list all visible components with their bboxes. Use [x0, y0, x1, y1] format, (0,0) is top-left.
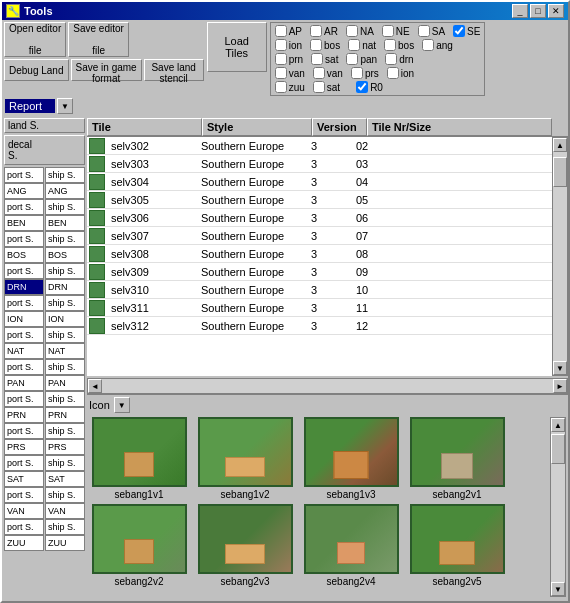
left-item-left[interactable]: port S.	[4, 391, 44, 407]
left-item-left[interactable]: port S.	[4, 199, 44, 215]
left-list-row[interactable]: BEN BEN	[4, 215, 85, 231]
left-list-row[interactable]: SAT SAT	[4, 471, 85, 487]
left-item-left[interactable]: PAN	[4, 375, 44, 391]
left-item-right[interactable]: ship S.	[45, 231, 85, 247]
left-item-left[interactable]: ANG	[4, 183, 44, 199]
left-item-right[interactable]: ION	[45, 311, 85, 327]
left-item-right[interactable]: DRN	[45, 279, 85, 295]
icon-sebang2v1[interactable]: sebang2v1	[407, 417, 507, 500]
left-item-left[interactable]: port S.	[4, 167, 44, 183]
land-s-button[interactable]: land S.	[4, 118, 85, 133]
left-item-right[interactable]: ANG	[45, 183, 85, 199]
left-item-right[interactable]: ship S.	[45, 167, 85, 183]
left-item-right[interactable]: ship S.	[45, 519, 85, 535]
checkbox-ne[interactable]: NE	[382, 25, 410, 37]
checkbox-ion2[interactable]: ion	[387, 67, 414, 79]
left-list-row[interactable]: NAT NAT	[4, 343, 85, 359]
left-item-right[interactable]: BEN	[45, 215, 85, 231]
left-item-left[interactable]: PRS	[4, 439, 44, 455]
left-item-left[interactable]: ION	[4, 311, 44, 327]
left-list-row[interactable]: port S. ship S.	[4, 295, 85, 311]
left-item-right[interactable]: VAN	[45, 503, 85, 519]
maximize-button[interactable]: □	[530, 4, 546, 18]
report-dropdown-arrow[interactable]: ▼	[57, 98, 73, 114]
table-row[interactable]: selv305 Southern Europe 3 05	[87, 191, 552, 209]
left-item-right[interactable]: SAT	[45, 471, 85, 487]
left-item-left[interactable]: port S.	[4, 295, 44, 311]
view-dropdown-arrow[interactable]: ▼	[114, 397, 130, 413]
left-list-row[interactable]: port S. ship S.	[4, 487, 85, 503]
table-vertical-scrollbar[interactable]: ▲ ▼	[552, 137, 568, 376]
minimize-button[interactable]: _	[512, 4, 528, 18]
checkbox-drn[interactable]: drn	[385, 53, 413, 65]
checkbox-sat2[interactable]: sat	[313, 81, 340, 93]
checkbox-van2[interactable]: van	[313, 67, 343, 79]
save-editor-button[interactable]: Save editor file	[68, 22, 129, 57]
left-list-row[interactable]: port S. ship S.	[4, 327, 85, 343]
checkbox-prs[interactable]: prs	[351, 67, 379, 79]
icon-sebang1v2[interactable]: sebang1v2	[195, 417, 295, 500]
checkbox-van[interactable]: van	[275, 67, 305, 79]
checkbox-bos[interactable]: bos	[310, 39, 340, 51]
left-item-left[interactable]: port S.	[4, 359, 44, 375]
checkbox-zuu[interactable]: zuu	[275, 81, 305, 93]
left-item-left[interactable]: DRN	[4, 279, 44, 295]
left-list-row[interactable]: DRN DRN	[4, 279, 85, 295]
left-item-right[interactable]: BOS	[45, 247, 85, 263]
checkbox-ang[interactable]: ang	[422, 39, 453, 51]
table-row[interactable]: selv303 Southern Europe 3 03	[87, 155, 552, 173]
icon-sebang1v3[interactable]: sebang1v3	[301, 417, 401, 500]
left-item-left[interactable]: port S.	[4, 327, 44, 343]
checkbox-pan[interactable]: pan	[346, 53, 377, 65]
left-item-right[interactable]: PRS	[45, 439, 85, 455]
table-horizontal-scrollbar[interactable]: ◄ ►	[87, 378, 568, 394]
save-game-button[interactable]: Save in gameformat	[71, 59, 142, 81]
left-item-left[interactable]: port S.	[4, 519, 44, 535]
left-list-row[interactable]: PRN PRN	[4, 407, 85, 423]
scroll-up-button[interactable]: ▲	[553, 138, 567, 152]
table-row[interactable]: selv308 Southern Europe 3 08	[87, 245, 552, 263]
scroll-left-button[interactable]: ◄	[88, 379, 102, 393]
icon-scroll-down[interactable]: ▼	[551, 582, 565, 596]
col-tile[interactable]: Tile	[87, 118, 202, 136]
left-item-right[interactable]: ship S.	[45, 391, 85, 407]
left-item-right[interactable]: ship S.	[45, 199, 85, 215]
left-list-row[interactable]: BOS BOS	[4, 247, 85, 263]
left-item-right[interactable]: ship S.	[45, 487, 85, 503]
left-item-right[interactable]: ship S.	[45, 295, 85, 311]
scroll-right-button[interactable]: ►	[553, 379, 567, 393]
checkbox-bos2[interactable]: bos	[384, 39, 414, 51]
left-item-left[interactable]: PRN	[4, 407, 44, 423]
checkbox-nat[interactable]: nat	[348, 39, 376, 51]
left-list-row[interactable]: port S. ship S.	[4, 263, 85, 279]
col-style[interactable]: Style	[202, 118, 312, 136]
left-item-right[interactable]: ZUU	[45, 535, 85, 551]
icon-scroll-thumb[interactable]	[551, 434, 565, 464]
checkbox-ion[interactable]: ion	[275, 39, 302, 51]
table-row[interactable]: selv311 Southern Europe 3 11	[87, 299, 552, 317]
table-row[interactable]: selv307 Southern Europe 3 07	[87, 227, 552, 245]
left-list-row[interactable]: port S. ship S.	[4, 455, 85, 471]
icon-sebang2v4[interactable]: sebang2v4	[301, 504, 401, 587]
debug-land-button[interactable]: Debug Land	[4, 59, 69, 81]
left-list-row[interactable]: ANG ANG	[4, 183, 85, 199]
left-item-right[interactable]: ship S.	[45, 327, 85, 343]
left-item-left[interactable]: port S.	[4, 455, 44, 471]
open-editor-button[interactable]: Open editor file	[4, 22, 66, 57]
table-row[interactable]: selv302 Southern Europe 3 02	[87, 137, 552, 155]
load-tiles-button[interactable]: Load Tiles	[207, 22, 267, 72]
checkbox-ar[interactable]: AR	[310, 25, 338, 37]
icon-vertical-scrollbar[interactable]: ▲ ▼	[550, 417, 566, 597]
left-list-row[interactable]: VAN VAN	[4, 503, 85, 519]
left-list-row[interactable]: ZUU ZUU	[4, 535, 85, 551]
left-item-right[interactable]: NAT	[45, 343, 85, 359]
left-item-right[interactable]: PRN	[45, 407, 85, 423]
icon-sebang1v1[interactable]: sebang1v1	[89, 417, 189, 500]
left-item-left[interactable]: NAT	[4, 343, 44, 359]
left-list-row[interactable]: port S. ship S.	[4, 519, 85, 535]
scroll-down-button[interactable]: ▼	[553, 361, 567, 375]
left-list-row[interactable]: port S. ship S.	[4, 423, 85, 439]
left-item-right[interactable]: PAN	[45, 375, 85, 391]
table-row[interactable]: selv306 Southern Europe 3 06	[87, 209, 552, 227]
checkbox-se[interactable]: SE	[453, 25, 480, 37]
